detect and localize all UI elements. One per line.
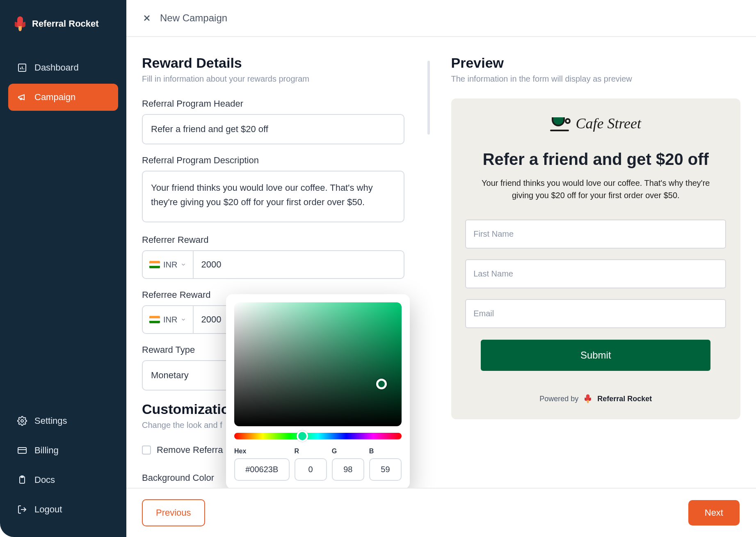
sidebar: Referral Rocket Dashboard Campaign Setti… [0,0,126,537]
preview-panel: Cafe Street Refer a friend and get $20 o… [451,98,741,419]
g-input[interactable] [332,458,364,481]
color-sv-thumb[interactable] [376,379,387,389]
powered-by: Powered by Referral Rocket [463,391,729,406]
topbar: New Campaign [126,0,756,37]
preview-email-input[interactable] [465,299,726,328]
header-input[interactable] [142,114,404,144]
svg-rect-2 [18,448,26,453]
preview-desc: Your friend thinks you would love our co… [473,177,719,201]
hex-input[interactable] [234,458,290,481]
chevron-down-icon [180,317,186,322]
sidebar-item-logout[interactable]: Logout [8,496,118,523]
coffee-cup-icon [550,116,571,131]
section-subtitle: Fill in information about your rewards p… [142,74,432,84]
color-hue-bar[interactable] [234,433,402,439]
referrer-amount-input[interactable] [193,250,404,279]
nav-top: Dashboard Campaign [8,54,118,407]
sidebar-item-label: Logout [34,504,62,515]
flag-india-icon [149,261,160,268]
logout-icon [17,505,27,514]
section-title: Reward Details [142,55,432,71]
flag-india-icon [149,316,160,323]
powered-by-label: Powered by [539,395,578,403]
color-popover: Hex R G B [226,294,410,488]
clipboard-icon [17,475,27,485]
b-label: B [369,448,402,455]
close-icon[interactable] [142,13,152,23]
referrer-currency-select[interactable]: INR [142,250,193,279]
sidebar-item-settings[interactable]: Settings [8,407,118,434]
sidebar-item-campaign[interactable]: Campaign [8,84,118,111]
preview-submit-button[interactable]: Submit [481,340,710,371]
sidebar-item-label: Settings [34,416,67,426]
currency-code: INR [163,315,177,324]
brand-logo: Referral Rocket [8,16,118,31]
desc-input[interactable]: Your friend thinks you would love our co… [142,171,404,222]
hex-label: Hex [234,448,290,455]
sidebar-item-label: Dashboard [34,62,79,73]
previous-button[interactable]: Previous [142,499,205,526]
header-label: Referral Program Header [142,98,432,109]
preview-headline: Refer a friend and get $20 off [463,150,729,169]
powered-by-brand: Referral Rocket [597,395,652,403]
rocket-icon [585,394,591,403]
b-input[interactable] [369,458,402,481]
topbar-title: New Campaign [160,12,227,24]
referrer-label: Referrer Reward [142,235,432,245]
remove-branding-checkbox[interactable] [142,446,151,455]
preview-column: Preview The information in the form will… [451,55,741,488]
rocket-icon [15,16,25,31]
currency-code: INR [163,260,177,270]
preview-logo-text: Cafe Street [576,115,641,132]
sidebar-item-billing[interactable]: Billing [8,437,118,464]
svg-point-1 [21,420,23,422]
sidebar-item-label: Campaign [34,92,75,103]
brand-name: Referral Rocket [32,18,99,29]
r-label: R [295,448,327,455]
chevron-down-icon [180,262,186,267]
referree-currency-select[interactable]: INR [142,305,193,334]
nav-bottom: Settings Billing Docs Logout [8,407,118,526]
card-icon [17,446,27,455]
footer: Previous Next [126,488,756,537]
desc-label: Referral Program Description [142,155,432,166]
sidebar-item-dashboard[interactable]: Dashboard [8,54,118,81]
preview-first-name-input[interactable] [465,219,726,249]
color-hue-thumb[interactable] [297,430,308,442]
scrollbar[interactable] [427,61,430,135]
next-button[interactable]: Next [688,500,740,526]
preview-logo: Cafe Street [463,115,729,132]
form-column: Reward Details Fill in information about… [142,55,432,488]
preview-last-name-input[interactable] [465,259,726,288]
remove-branding-label: Remove Referra [157,445,223,455]
color-sv-area[interactable] [234,302,402,426]
preview-subtitle: The information in the form will display… [451,74,741,84]
r-input[interactable] [295,458,327,481]
sidebar-item-label: Docs [34,475,55,485]
sidebar-item-docs[interactable]: Docs [8,466,118,494]
dashboard-icon [17,63,27,73]
gear-icon [17,416,27,426]
g-label: G [332,448,364,455]
preview-title: Preview [451,55,741,71]
main: New Campaign Reward Details Fill in info… [126,0,756,537]
megaphone-icon [17,92,27,102]
sidebar-item-label: Billing [34,445,59,456]
